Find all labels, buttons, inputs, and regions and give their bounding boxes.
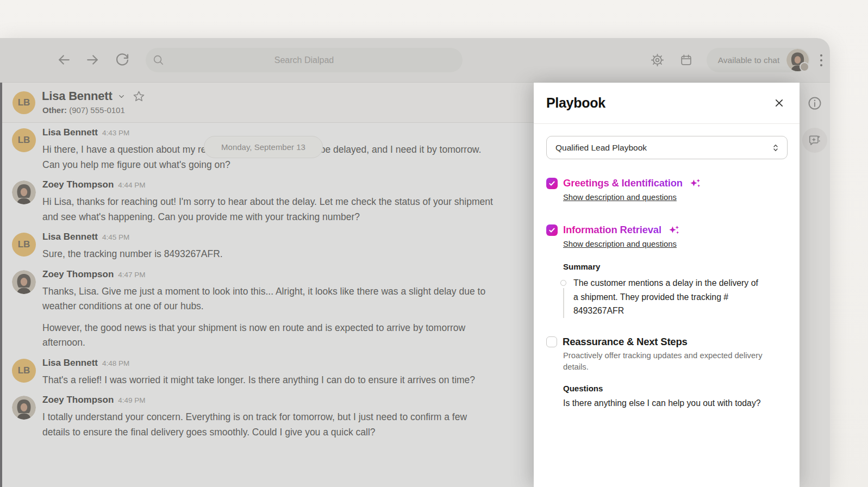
section-title: Information Retrieval: [563, 224, 661, 236]
select-updown-icon: [771, 143, 780, 153]
playbook-select[interactable]: Qualified Lead Playbook: [546, 136, 788, 159]
checkbox-checked[interactable]: [546, 178, 558, 189]
question-text: Is there anything else I can help you ou…: [563, 396, 771, 410]
checkbox-checked[interactable]: [546, 224, 558, 236]
ai-sparkle-icon: [669, 224, 680, 236]
section-description: Proactively offer tracking updates and e…: [563, 350, 765, 373]
playbook-section-reassurance: Reassurance & Next Steps Proactively off…: [546, 336, 788, 410]
summary-label: Summary: [563, 262, 788, 271]
checkbox-unchecked[interactable]: [546, 336, 557, 347]
close-icon[interactable]: [773, 97, 785, 109]
timeline-line: [563, 288, 564, 318]
playbook-header: Playbook: [534, 83, 800, 124]
summary-text: The customer mentions a delay in the del…: [573, 276, 765, 318]
app-window: Available to chat LB: [0, 38, 830, 487]
panel-title: Playbook: [546, 95, 605, 111]
section-title: Greetings & Identification: [563, 177, 683, 189]
summary-item: The customer mentions a delay in the del…: [560, 276, 788, 318]
playbook-select-value: Qualified Lead Playbook: [555, 143, 647, 153]
show-description-link[interactable]: Show description and questions: [563, 240, 677, 248]
timeline-dot-icon: [560, 280, 566, 286]
show-description-link[interactable]: Show description and questions: [563, 193, 677, 202]
checkmark-icon: [548, 226, 556, 234]
timeline: [560, 276, 566, 318]
questions-label: Questions: [563, 384, 788, 393]
playbook-section-information: Information Retrieval Show description a…: [546, 224, 788, 318]
playbook-section-greetings: Greetings & Identification Show descript…: [546, 177, 788, 202]
playbook-panel: Playbook Qualified Lead Playbook Greetin…: [534, 83, 800, 487]
checkmark-icon: [548, 179, 556, 188]
ai-sparkle-icon: [690, 178, 701, 189]
section-title: Reassurance & Next Steps: [563, 336, 688, 348]
